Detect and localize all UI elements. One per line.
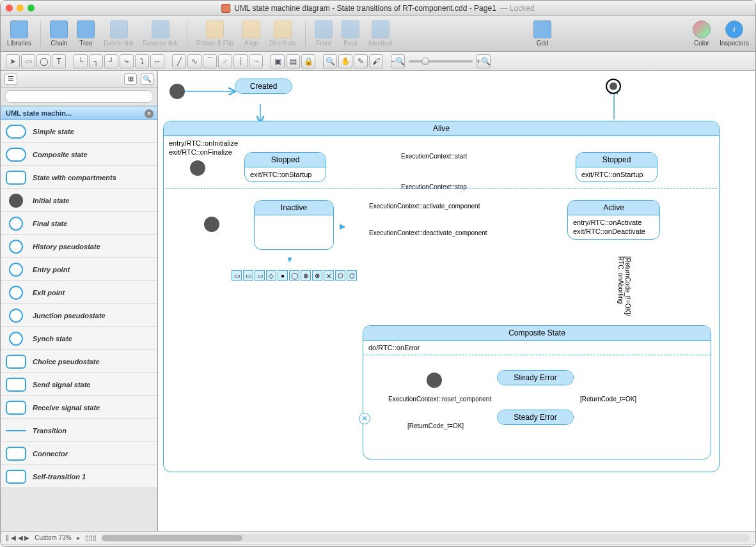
rotate-button[interactable]: Rotate & Flip <box>196 20 233 47</box>
state-active[interactable]: Activeentry/RTC::onActivateexit/RTC::onD… <box>567 200 660 240</box>
sidebar-item-exit-point[interactable]: Exit point <box>1 281 157 304</box>
guide-h-tool[interactable]: ┄ <box>249 54 263 68</box>
sidebar-item-self-transition-1[interactable]: Self-transition 1 <box>1 465 157 488</box>
ellipse-tool[interactable]: ◯ <box>36 54 51 68</box>
state-stopped-2[interactable]: Stoppedexit/RTC::onStartup <box>576 152 658 182</box>
sidebar-item-label: State with compartments <box>33 174 116 181</box>
zoom-tool[interactable]: 🔍 <box>323 54 337 68</box>
state-steady-error-2[interactable]: Steady Error <box>497 410 574 425</box>
sidebar-item-receive-signal-state[interactable]: Receive signal state <box>1 396 157 419</box>
inspectors-button[interactable]: iInspectors <box>720 20 749 47</box>
shape-palette-popup[interactable]: ▭▭▭◇●◯⊗⊕⨯⬠⬡ <box>232 270 357 281</box>
panel-tab-search[interactable]: 🔍 <box>141 73 154 85</box>
guide-v-tool[interactable]: ┆ <box>233 54 248 68</box>
text-tool[interactable]: T <box>52 54 66 68</box>
exit-point-composite[interactable]: ✕ <box>359 413 370 424</box>
eyedrop-tool[interactable]: ✎ <box>354 54 368 68</box>
sidebar-item-label: Exit point <box>33 289 65 297</box>
zoom-label[interactable]: Custom 73% <box>35 534 71 541</box>
sidebar-item-history-pseudostate[interactable]: History pseudostate <box>1 235 157 258</box>
handle-icon: ▶ <box>340 222 345 231</box>
back-button[interactable]: Back <box>342 20 359 47</box>
lock-tool[interactable]: 🔒 <box>301 54 315 68</box>
pointer-tool[interactable]: ➤ <box>6 54 20 68</box>
sidebar-item-composite-state[interactable]: Composite state <box>1 143 157 166</box>
path-tool-3[interactable]: ⌒ <box>203 54 217 68</box>
align-label: Align <box>244 40 258 47</box>
sidebar-item-label: Choice pseudostate <box>33 358 100 366</box>
horizontal-scrollbar[interactable] <box>102 534 750 542</box>
path-tool-4[interactable]: ⟋ <box>218 54 232 68</box>
state-created-label: Created <box>235 79 292 93</box>
initial-node-alive[interactable] <box>190 160 205 176</box>
connector-tool-2[interactable]: ┐ <box>89 54 103 68</box>
sidebar-item-send-signal-state[interactable]: Send signal state <box>1 373 157 396</box>
sidebar-item-initial-state[interactable]: Initial state <box>1 189 157 212</box>
ungroup-tool[interactable]: ▤ <box>286 54 300 68</box>
initial-node-composite[interactable] <box>427 373 442 388</box>
zoom-in-button[interactable]: +🔍 <box>476 54 491 68</box>
sidebar-item-transition[interactable]: Transition <box>1 419 157 442</box>
paint-tool[interactable]: 🖌 <box>369 54 383 68</box>
active-title: Active <box>568 201 659 215</box>
final-node-top[interactable] <box>606 79 621 94</box>
layout-icons[interactable]: ▯▯▯ <box>85 534 97 541</box>
reverse-link-button[interactable]: Reverse link <box>143 20 178 47</box>
sidebar-item-synch-state[interactable]: Synch state <box>1 327 157 350</box>
panel-tab-tree[interactable]: ☰ <box>4 73 17 85</box>
sidebar-item-connector[interactable]: Connector <box>1 442 157 465</box>
sidebar-item-junction-pseudostate[interactable]: Junction pseudostate <box>1 304 157 327</box>
path-tool-2[interactable]: ∿ <box>187 54 201 68</box>
minimize-button[interactable] <box>17 4 24 12</box>
panel-tab-grid[interactable]: ⊞ <box>124 73 137 85</box>
composite-do-label: do/RTC::onError <box>368 343 705 352</box>
shape-icon <box>9 263 23 277</box>
delete-link-button[interactable]: Delete link <box>104 20 134 47</box>
zoom-button[interactable] <box>28 4 35 12</box>
zoom-out-button[interactable]: −🔍 <box>391 54 405 68</box>
transition-stop-label: ExecutionContext::stop <box>401 183 467 190</box>
search-input[interactable] <box>4 90 154 103</box>
connector-tool-6[interactable]: ↔ <box>150 54 164 68</box>
canvas[interactable]: Created Alive entry/RTC::onInitialize ex… <box>158 71 755 531</box>
chain-button[interactable]: Chain <box>50 20 68 47</box>
sidebar-item-final-state[interactable]: Final state <box>1 212 157 235</box>
connector-tool-3[interactable]: ┘ <box>104 54 118 68</box>
sidebar-item-state-with-compartments[interactable]: State with compartments <box>1 166 157 189</box>
state-inactive[interactable]: Inactive <box>254 200 334 250</box>
group-tool[interactable]: ▣ <box>271 54 285 68</box>
libraries-button[interactable]: Libraries <box>7 20 31 47</box>
color-button[interactable]: Color <box>693 20 711 47</box>
sidebar: ☰ ⊞ 🔍 UML state machin... × Simple state… <box>1 71 158 531</box>
sidebar-item-entry-point[interactable]: Entry point <box>1 258 157 281</box>
connector-tool-1[interactable]: └ <box>74 54 88 68</box>
tree-button[interactable]: Tree <box>77 20 95 47</box>
state-stopped-1[interactable]: Stoppedexit/RTC::onStartup <box>244 152 326 182</box>
state-created[interactable]: Created <box>235 79 292 94</box>
zoom-slider[interactable] <box>409 60 473 63</box>
library-header[interactable]: UML state machin... × <box>1 106 157 120</box>
grid-label: Grid <box>537 40 549 47</box>
titlebar: UML state machine diagram - State transi… <box>1 1 755 16</box>
pan-tool[interactable]: ✋ <box>338 54 352 68</box>
close-button[interactable] <box>6 4 13 12</box>
state-composite[interactable]: Composite State do/RTC::onError <box>363 325 711 459</box>
state-steady-error-1[interactable]: Steady Error <box>497 370 574 385</box>
initial-node-region2[interactable] <box>204 217 219 232</box>
library-close-icon[interactable]: × <box>145 109 154 118</box>
state-alive-title: Alive <box>164 121 719 136</box>
path-tool-1[interactable]: ╱ <box>172 54 186 68</box>
connector-tool-5[interactable]: ⤵ <box>135 54 149 68</box>
page-control[interactable]: ‖ ◀ ◀ ▶ <box>6 534 29 541</box>
sidebar-item-choice-pseudostate[interactable]: Choice pseudostate <box>1 350 157 373</box>
initial-node-top[interactable] <box>169 84 185 99</box>
front-button[interactable]: Front <box>315 20 333 47</box>
grid-button[interactable]: Grid <box>533 20 551 47</box>
transition-retok2-label: [ReturnCode_t=OK] <box>580 396 636 403</box>
rect-tool[interactable]: ▭ <box>21 54 35 68</box>
align-button[interactable]: Align <box>242 20 260 47</box>
distribute-button[interactable]: Distribute <box>269 20 296 47</box>
connector-tool-4[interactable]: ⤷ <box>120 54 134 68</box>
sidebar-item-simple-state[interactable]: Simple state <box>1 120 157 143</box>
identical-button[interactable]: Identical <box>368 20 392 47</box>
